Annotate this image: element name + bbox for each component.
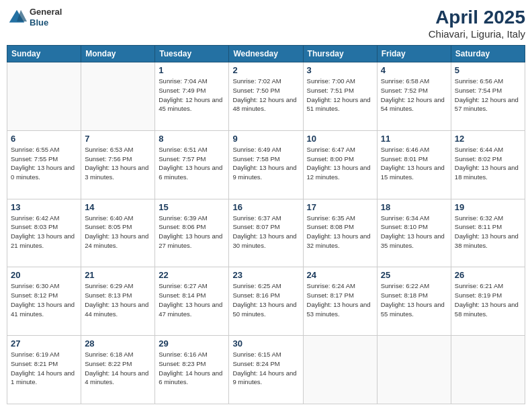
day-number: 29	[159, 338, 225, 349]
week-row-5: 27Sunrise: 6:19 AMSunset: 8:21 PMDayligh…	[7, 336, 525, 404]
calendar-cell: 18Sunrise: 6:34 AMSunset: 8:10 PMDayligh…	[377, 199, 451, 267]
calendar-cell: 15Sunrise: 6:39 AMSunset: 8:06 PMDayligh…	[155, 199, 229, 267]
calendar-cell: 21Sunrise: 6:29 AMSunset: 8:13 PMDayligh…	[81, 267, 155, 336]
day-info: Sunrise: 6:53 AMSunset: 7:56 PMDaylight:…	[85, 145, 151, 182]
day-info: Sunrise: 6:55 AMSunset: 7:55 PMDaylight:…	[11, 145, 77, 182]
calendar-cell: 14Sunrise: 6:40 AMSunset: 8:05 PMDayligh…	[81, 199, 155, 267]
day-number: 25	[381, 270, 447, 280]
logo-general: General	[30, 7, 62, 17]
day-number: 19	[455, 202, 521, 212]
calendar-cell: 12Sunrise: 6:44 AMSunset: 8:02 PMDayligh…	[451, 130, 525, 199]
weekday-header-saturday: Saturday	[451, 46, 525, 62]
day-info: Sunrise: 6:18 AMSunset: 8:22 PMDaylight:…	[85, 350, 151, 387]
day-number: 12	[455, 134, 521, 144]
calendar-cell: 6Sunrise: 6:55 AMSunset: 7:55 PMDaylight…	[7, 130, 81, 199]
day-info: Sunrise: 6:22 AMSunset: 8:18 PMDaylight:…	[381, 281, 447, 318]
logo-icon	[7, 7, 27, 28]
logo: General Blue	[7, 7, 62, 28]
day-info: Sunrise: 7:04 AMSunset: 7:49 PMDaylight:…	[159, 77, 225, 113]
day-info: Sunrise: 6:35 AMSunset: 8:08 PMDaylight:…	[307, 214, 373, 250]
day-number: 4	[381, 65, 447, 75]
calendar-cell: 10Sunrise: 6:47 AMSunset: 8:00 PMDayligh…	[303, 130, 377, 199]
weekday-header-wednesday: Wednesday	[229, 46, 303, 62]
calendar-cell: 2Sunrise: 7:02 AMSunset: 7:50 PMDaylight…	[229, 62, 303, 131]
weekday-header-friday: Friday	[377, 46, 451, 62]
day-info: Sunrise: 6:47 AMSunset: 8:00 PMDaylight:…	[307, 145, 373, 182]
day-info: Sunrise: 7:02 AMSunset: 7:50 PMDaylight:…	[232, 77, 299, 113]
calendar-cell: 24Sunrise: 6:24 AMSunset: 8:17 PMDayligh…	[303, 267, 377, 336]
calendar-subtitle: Chiavari, Liguria, Italy	[429, 28, 525, 40]
calendar-cell: 30Sunrise: 6:15 AMSunset: 8:24 PMDayligh…	[229, 336, 303, 404]
weekday-header-row: SundayMondayTuesdayWednesdayThursdayFrid…	[7, 46, 525, 62]
calendar-cell	[303, 336, 377, 404]
calendar-cell: 13Sunrise: 6:42 AMSunset: 8:03 PMDayligh…	[7, 199, 81, 267]
week-row-3: 13Sunrise: 6:42 AMSunset: 8:03 PMDayligh…	[7, 199, 525, 267]
day-info: Sunrise: 6:46 AMSunset: 8:01 PMDaylight:…	[381, 145, 447, 182]
day-info: Sunrise: 6:15 AMSunset: 8:24 PMDaylight:…	[232, 350, 299, 387]
day-number: 27	[11, 338, 77, 349]
week-row-1: 1Sunrise: 7:04 AMSunset: 7:49 PMDaylight…	[7, 62, 525, 131]
day-number: 3	[307, 65, 373, 75]
day-number: 2	[232, 65, 299, 75]
day-info: Sunrise: 6:19 AMSunset: 8:21 PMDaylight:…	[11, 350, 77, 387]
calendar-table: SundayMondayTuesdayWednesdayThursdayFrid…	[7, 45, 525, 404]
logo-text: General Blue	[30, 7, 62, 28]
calendar-cell: 16Sunrise: 6:37 AMSunset: 8:07 PMDayligh…	[229, 199, 303, 267]
calendar-cell: 11Sunrise: 6:46 AMSunset: 8:01 PMDayligh…	[377, 130, 451, 199]
day-info: Sunrise: 6:25 AMSunset: 8:16 PMDaylight:…	[232, 281, 299, 318]
calendar-cell: 9Sunrise: 6:49 AMSunset: 7:58 PMDaylight…	[229, 130, 303, 199]
day-number: 5	[455, 65, 521, 75]
day-number: 8	[159, 134, 225, 144]
day-number: 11	[381, 134, 447, 144]
calendar-cell	[81, 62, 155, 131]
day-number: 30	[232, 338, 299, 349]
day-number: 13	[11, 202, 77, 212]
day-number: 6	[11, 134, 77, 144]
calendar-cell	[7, 62, 81, 131]
week-row-2: 6Sunrise: 6:55 AMSunset: 7:55 PMDaylight…	[7, 130, 525, 199]
day-number: 10	[307, 134, 373, 144]
day-info: Sunrise: 6:37 AMSunset: 8:07 PMDaylight:…	[232, 214, 299, 250]
day-info: Sunrise: 6:42 AMSunset: 8:03 PMDaylight:…	[11, 214, 77, 250]
day-info: Sunrise: 6:34 AMSunset: 8:10 PMDaylight:…	[381, 214, 447, 250]
weekday-header-monday: Monday	[81, 46, 155, 62]
day-info: Sunrise: 6:51 AMSunset: 7:57 PMDaylight:…	[159, 145, 225, 182]
page: General Blue April 2025 Chiavari, Liguri…	[0, 0, 532, 411]
day-number: 15	[159, 202, 225, 212]
logo-blue: Blue	[30, 17, 62, 28]
day-number: 14	[85, 202, 151, 212]
calendar-cell: 17Sunrise: 6:35 AMSunset: 8:08 PMDayligh…	[303, 199, 377, 267]
day-number: 7	[85, 134, 151, 144]
day-number: 18	[381, 202, 447, 212]
day-info: Sunrise: 6:32 AMSunset: 8:11 PMDaylight:…	[455, 214, 521, 250]
calendar-cell: 25Sunrise: 6:22 AMSunset: 8:18 PMDayligh…	[377, 267, 451, 336]
calendar-cell: 22Sunrise: 6:27 AMSunset: 8:14 PMDayligh…	[155, 267, 229, 336]
day-info: Sunrise: 6:27 AMSunset: 8:14 PMDaylight:…	[159, 281, 225, 318]
day-number: 26	[455, 270, 521, 280]
weekday-header-tuesday: Tuesday	[155, 46, 229, 62]
day-number: 24	[307, 270, 373, 280]
weekday-header-thursday: Thursday	[303, 46, 377, 62]
calendar-cell	[377, 336, 451, 404]
calendar-cell: 5Sunrise: 6:56 AMSunset: 7:54 PMDaylight…	[451, 62, 525, 131]
day-info: Sunrise: 6:21 AMSunset: 8:19 PMDaylight:…	[455, 281, 521, 318]
calendar-cell: 26Sunrise: 6:21 AMSunset: 8:19 PMDayligh…	[451, 267, 525, 336]
calendar-cell: 29Sunrise: 6:16 AMSunset: 8:23 PMDayligh…	[155, 336, 229, 404]
calendar-title: April 2025	[429, 7, 525, 28]
header: General Blue April 2025 Chiavari, Liguri…	[7, 7, 525, 40]
day-info: Sunrise: 6:30 AMSunset: 8:12 PMDaylight:…	[11, 281, 77, 318]
day-number: 22	[159, 270, 225, 280]
calendar-cell: 3Sunrise: 7:00 AMSunset: 7:51 PMDaylight…	[303, 62, 377, 131]
day-number: 21	[85, 270, 151, 280]
calendar-cell: 19Sunrise: 6:32 AMSunset: 8:11 PMDayligh…	[451, 199, 525, 267]
calendar-cell: 7Sunrise: 6:53 AMSunset: 7:56 PMDaylight…	[81, 130, 155, 199]
title-block: April 2025 Chiavari, Liguria, Italy	[429, 7, 525, 40]
week-row-4: 20Sunrise: 6:30 AMSunset: 8:12 PMDayligh…	[7, 267, 525, 336]
day-number: 9	[232, 134, 299, 144]
weekday-header-sunday: Sunday	[7, 46, 81, 62]
day-number: 17	[307, 202, 373, 212]
day-info: Sunrise: 6:58 AMSunset: 7:52 PMDaylight:…	[381, 77, 447, 113]
day-number: 1	[159, 65, 225, 75]
day-info: Sunrise: 6:24 AMSunset: 8:17 PMDaylight:…	[307, 281, 373, 318]
day-info: Sunrise: 6:49 AMSunset: 7:58 PMDaylight:…	[232, 145, 299, 182]
